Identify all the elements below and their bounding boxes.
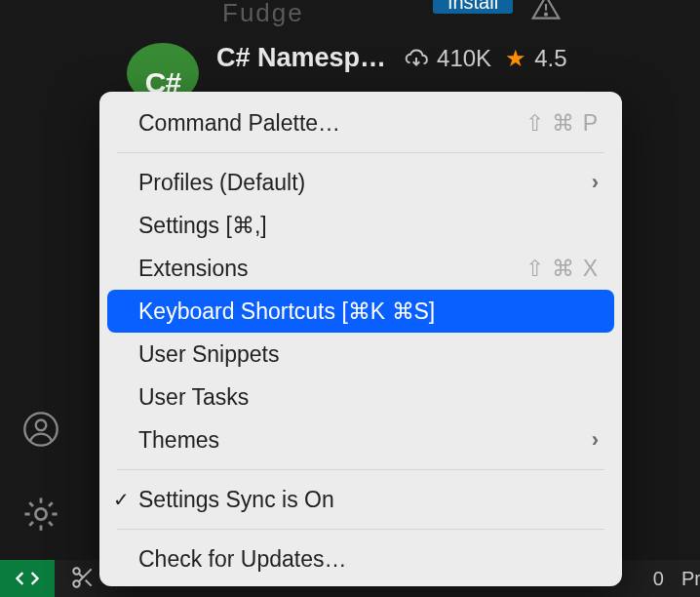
menu-label: User Tasks	[138, 384, 249, 411]
star-icon: ★	[505, 45, 526, 72]
install-label: Install	[447, 0, 498, 14]
check-icon: ✓	[113, 488, 130, 511]
menu-item-settings-sync[interactable]: ✓ Settings Sync is On	[99, 478, 622, 521]
remote-indicator[interactable]	[0, 560, 55, 597]
menu-item-user-tasks[interactable]: User Tasks	[99, 376, 622, 418]
menu-label: Extensions	[138, 256, 249, 282]
menu-shortcut: ⇧ ⌘ X	[525, 256, 599, 282]
install-button[interactable]: Install	[433, 0, 513, 14]
menu-item-command-palette[interactable]: Command Palette… ⇧ ⌘ P	[99, 101, 622, 144]
chevron-right-icon: ›	[592, 170, 599, 195]
svg-line-9	[79, 574, 83, 577]
extension-rating: 4.5	[534, 45, 566, 72]
menu-label: User Snippets	[138, 341, 279, 368]
extension-title: C# Namesp…	[216, 43, 386, 73]
menu-item-profiles[interactable]: Profiles (Default) ›	[99, 161, 622, 204]
svg-point-2	[24, 413, 57, 445]
menu-item-check-updates[interactable]: Check for Updates…	[99, 537, 622, 580]
svg-point-4	[35, 508, 46, 519]
menu-item-themes[interactable]: Themes ›	[99, 418, 622, 461]
warning-icon	[530, 0, 562, 27]
menu-label: Command Palette…	[138, 110, 340, 137]
menu-label: Themes	[138, 427, 219, 454]
menu-label: Settings Sync is On	[138, 487, 334, 513]
menu-shortcut: ⇧ ⌘ P	[525, 110, 599, 137]
menu-label: Settings [⌘,]	[138, 213, 267, 239]
status-right-label[interactable]: Pro	[681, 568, 700, 590]
menu-label: Check for Updates…	[138, 546, 346, 573]
settings-context-menu: Command Palette… ⇧ ⌘ P Profiles (Default…	[99, 92, 622, 586]
menu-label: Profiles (Default)	[138, 170, 305, 196]
extension-downloads: 410K	[437, 45, 491, 72]
problems-count[interactable]: 0	[653, 568, 664, 590]
menu-item-settings[interactable]: Settings [⌘,]	[99, 204, 622, 247]
menu-label: Keyboard Shortcuts [⌘K ⌘S]	[138, 298, 435, 325]
bg-partial-text: Fudge	[222, 0, 304, 28]
svg-point-5	[73, 568, 80, 575]
chevron-right-icon: ›	[592, 427, 599, 453]
menu-separator	[117, 152, 604, 153]
svg-point-6	[73, 580, 80, 587]
scissors-icon[interactable]	[70, 565, 96, 595]
menu-separator	[117, 469, 604, 470]
svg-point-1	[545, 14, 547, 16]
menu-item-extensions[interactable]: Extensions ⇧ ⌘ X	[99, 247, 622, 290]
svg-line-8	[86, 580, 92, 586]
activity-bar	[14, 410, 68, 538]
svg-point-3	[36, 420, 47, 431]
accounts-icon[interactable]	[21, 410, 60, 453]
menu-item-keyboard-shortcuts[interactable]: Keyboard Shortcuts [⌘K ⌘S]	[107, 290, 614, 333]
download-icon	[404, 46, 429, 71]
menu-separator	[117, 529, 604, 530]
menu-item-user-snippets[interactable]: User Snippets	[99, 333, 622, 376]
gear-icon[interactable]	[20, 494, 61, 538]
extension-meta: 410K ★ 4.5	[404, 45, 566, 72]
